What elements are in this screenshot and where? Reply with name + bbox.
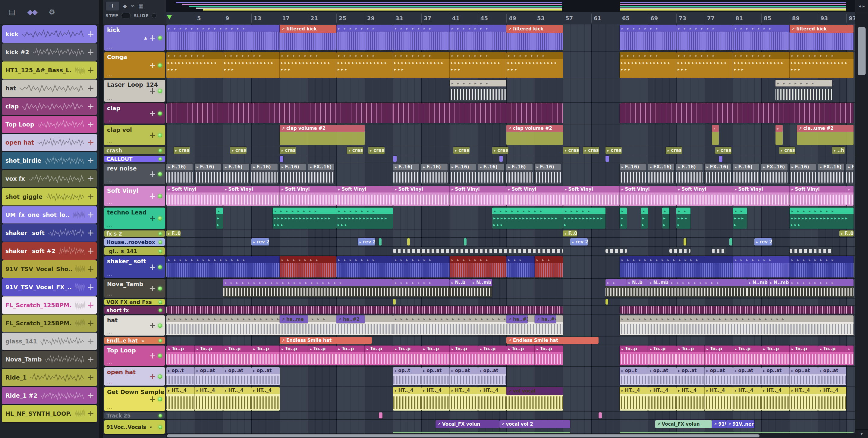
clip[interactable]: ▸op..at [733,367,761,385]
track-header[interactable]: Nova_Tamb… [103,279,166,299]
clip[interactable]: ▸crash [563,147,579,154]
clip[interactable]: ▸N..mb [648,279,670,297]
clip[interactable]: ▸To..p [478,345,506,365]
clip[interactable]: ▸crash [174,147,190,154]
clip[interactable]: ▸HT.._4 [620,387,648,411]
clip[interactable]: ▸To..p [336,345,365,365]
automation-clip[interactable]: ↗Vocal_FX volun [655,420,712,428]
clip[interactable]: ▸F..16) [280,164,306,184]
clip[interactable]: ▸ ▸ ▸ ▸ ▸ ▸ ▸▸▸▸▸▸▸▸▸▸▸▸▸▸▸▸▸▸ [733,52,789,78]
clip[interactable]: ▸To..p [393,345,421,365]
clip[interactable]: ▸ ▸ ▸ ▸ ▸ ▸ ▸ [775,80,832,102]
clip[interactable]: ▸Soft Vinyl [676,186,733,206]
clip[interactable]: ▸ ▸ ▸ ▸ ▸ ▸ ▸ ▸ ▸ ▸ ▸ ▸ ▸ ▸ [620,256,733,277]
clip[interactable]: ▸ ▸ ▸ ▸ ▸ ▸ ▸ ▸ ▸ ▸ ▸ ▸ ▸ ▸ [166,25,280,50]
track-tag[interactable]: short fx [104,306,165,314]
clip[interactable]: ▸F..16) [195,164,221,184]
track-tag[interactable]: Nova_Tamb… [104,279,165,298]
clip[interactable]: ▸F..16) [421,164,447,184]
automation-clip[interactable]: ↗vocal vol 2 [499,420,570,428]
clip[interactable]: ▸ ▸ ▸ ▸ ▸ ▸ ▸ [676,25,733,50]
clip[interactable]: ▸ ▸ ▸ ▸ ▸ ▸ ▸ [336,256,393,277]
automation-clip[interactable]: ↗ha..#4 [535,315,556,323]
track-header[interactable]: short fx [103,306,166,315]
track-tag[interactable]: rev noise… [104,164,165,184]
track-header[interactable]: clap… [103,103,166,125]
pattern-item[interactable]: 91V_TSV_Vocal_Sho.. [2,260,97,278]
clip[interactable]: ▸ ▸ ▸ ▸ ▸ ▸ ▸▸▸▸▸▸▸▸▸▸▸▸▸▸▸▸▸▸ [280,52,336,78]
clip[interactable]: ▸crash [492,147,508,154]
mute-led[interactable] [158,149,162,153]
scroll-left-icon[interactable]: ◂ [859,4,861,8]
track-header[interactable]: _gl.._s_141 [103,247,166,256]
clip[interactable]: ▸To..p [818,345,846,365]
track-lane[interactable]: ▸To..p▸To..p▸To..p▸To..p▸To..p▸To..p▸To.… [166,345,855,367]
clip[interactable] [464,238,467,245]
mute-led[interactable] [158,300,162,304]
track-header[interactable]: Top Loop… [103,345,166,367]
clip[interactable]: ▸op..t [166,367,195,385]
track-lane[interactable]: ▸F..06)▸F..06)▸F..06) [166,230,855,238]
dropdown-icon[interactable]: ▾ [150,425,152,430]
automation-clip[interactable]: ▸ ▸ [775,125,783,145]
track-tag[interactable]: techno Lead… [104,207,165,229]
clip[interactable]: ▸ ▸▸▸ [620,207,627,229]
track-lane[interactable]: ↗Endless Smile hat↗Endless Smile hat [166,336,855,345]
clip[interactable]: ▸FX..16) [818,164,844,184]
patterns-icon[interactable]: ◆◆ [27,8,37,16]
clip[interactable]: ▸To..p [676,345,705,365]
track-lane[interactable]: ▸ ▸ ▸ ▸ ▸ ▸ ▸ ▸ ▸ ▸ ▸ ▸ ▸ ▸▸ ▸ ▸ ▸ ▸ ▸ ▸… [166,256,855,279]
mute-led[interactable] [158,232,162,236]
automation-clip[interactable]: ↗ha..#3 [506,315,528,323]
track-lane[interactable] [166,103,855,125]
track-header[interactable]: crash [103,146,166,155]
clip[interactable]: ▸crash [583,147,599,154]
clip[interactable]: ▸Soft Vinyl [393,186,450,206]
clip[interactable]: ▸N..b [450,279,471,297]
clip[interactable]: ▸..h [832,147,845,154]
clip[interactable]: ▸rev 2 [570,238,588,245]
clip[interactable] [684,238,686,245]
track-header[interactable]: open hat… [103,367,166,386]
track-lane[interactable]: ▸op..t▸op..at▸op..at▸op..at▸op..t▸op..at… [166,367,855,386]
clip[interactable]: ▸F..06) [166,231,181,236]
clip[interactable]: ▸To..p [761,345,789,365]
clip[interactable]: ▸To..p [620,345,648,365]
clip[interactable]: ▸Soft Vinyl [450,186,506,206]
clip[interactable]: ▸FX..16) [761,164,787,184]
pattern-item[interactable]: UM_fx_one_shot_lo.. [2,206,97,224]
clip[interactable]: ▸F..06) [839,231,854,236]
clip[interactable]: ▸FX..16) [308,164,334,184]
clip[interactable]: ▸To..p [166,345,195,365]
pattern-item[interactable]: HT1_125_A#_Bass_L.. [2,62,97,79]
clip[interactable]: ▸To..p [733,345,761,365]
clip[interactable] [730,238,732,245]
horizontal-scrollbar[interactable] [166,434,855,438]
track-header[interactable]: 91Voc..Vocals▾ [103,419,166,435]
clip[interactable]: ▸F..16) [733,164,759,184]
tools-icon[interactable]: ⚙ [49,8,56,16]
track-header[interactable]: rev noise… [103,163,166,185]
clip[interactable]: ▸ ▸ ▸ ▸ ▸ ▸ ▸▸▸▸▸▸▸▸▸▸▸▸▸▸▸▸▸▸ [166,52,223,78]
clip[interactable]: ▸N..mb [747,279,769,297]
track-tag[interactable]: VOX FX and Fxs [104,299,165,305]
clip[interactable]: ▸Soft Vinyl [336,186,393,206]
scrollbar-thumb[interactable] [858,27,866,75]
track-tag[interactable]: House..roovebox [104,238,165,246]
clip[interactable]: ▸HT.._4 [450,387,478,411]
pattern-item[interactable]: open hat [2,134,97,151]
track-lane[interactable]: ▸ ▸ ▸ ▸ ▸ ▸ ▸▸ ▸ ▸ ▸ ▸ ▸ ▸ [166,79,855,103]
mute-led[interactable] [158,63,162,67]
pattern-item[interactable]: shot_birdie [2,152,97,169]
clip[interactable]: ▸To..p [195,345,223,365]
mute-led[interactable] [158,89,162,93]
clip[interactable]: ▸ ▸ [846,186,854,206]
playhead-marker[interactable] [167,15,172,20]
clip[interactable]: ▸ ▸ ▸ ▸ ▸ ▸ ▸▸▸▸▸▸▸▸▸▸▸▸▸▸▸▸▸▸ [336,52,393,78]
clip[interactable]: ▸crash [715,147,732,154]
clip[interactable]: ▸FX..16) [705,164,731,184]
clip[interactable]: ▸F..16) [450,164,476,184]
track-tag[interactable]: Top Loop… [104,345,165,366]
track-lane[interactable]: ▸ ▸ ▸ ▸ ▸ ▸ ▸▸▸▸▸▸▸▸▸▸▸▸▸▸▸▸▸▸▸ ▸ ▸ ▸ ▸ … [166,52,855,79]
clip[interactable]: ▸F..16) [251,164,278,184]
